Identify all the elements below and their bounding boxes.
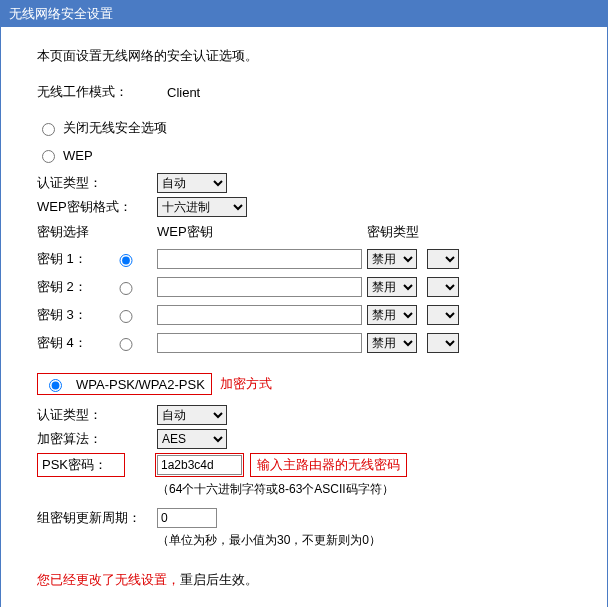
wep-header-key: WEP密钥 [157, 223, 367, 241]
settings-panel: 无线网络安全设置 本页面设置无线网络的安全认证选项。 无线工作模式： Clien… [0, 0, 608, 607]
wep-radio[interactable] [42, 150, 55, 163]
wireless-mode-value: Client [167, 85, 200, 100]
wep-label: WEP [63, 148, 93, 163]
disable-security-radio[interactable] [42, 123, 55, 136]
wpa-section: WPA-PSK/WPA2-PSK 加密方式 认证类型： 自动 加密算法： AES… [37, 373, 571, 549]
wep-key-1-label: 密钥 1： [37, 250, 93, 268]
wep-key-3-input[interactable] [157, 305, 362, 325]
psk-hint: （64个十六进制字符或8-63个ASCII码字符） [157, 481, 571, 498]
disable-security-option[interactable]: 关闭无线安全选项 [37, 119, 571, 137]
wep-key-2-input[interactable] [157, 277, 362, 297]
wep-key-2-type-select[interactable]: 禁用 [367, 277, 417, 297]
warning-part1: 您已经更改了无线设置， [37, 572, 180, 587]
wep-key-row-3: 密钥 3： 禁用 [37, 305, 571, 325]
warning-part2: 重启后生效。 [180, 572, 258, 587]
wep-key-1-type-select[interactable]: 禁用 [367, 249, 417, 269]
wep-key-4-input[interactable] [157, 333, 362, 353]
wep-key-1-input[interactable] [157, 249, 362, 269]
wep-option[interactable]: WEP [37, 147, 571, 163]
wep-key-3-extra-select[interactable] [427, 305, 459, 325]
psk-row: PSK密码： 输入主路由器的无线密码 [37, 453, 571, 477]
group-key-hint: （单位为秒，最小值为30，不更新则为0） [157, 532, 571, 549]
wep-key-1-extra-select[interactable] [427, 249, 459, 269]
wpa-auth-type-label: 认证类型： [37, 406, 157, 424]
wep-key-3-label: 密钥 3： [37, 306, 93, 324]
psk-input[interactable] [157, 455, 242, 475]
panel-title: 无线网络安全设置 [1, 1, 607, 27]
wep-key-2-extra-select[interactable] [427, 277, 459, 297]
wep-key-2-label: 密钥 2： [37, 278, 93, 296]
wep-key-format-select[interactable]: 十六进制 [157, 197, 247, 217]
wep-header-type: 密钥类型 [367, 223, 463, 241]
psk-annotation: 输入主路由器的无线密码 [250, 453, 407, 477]
wireless-mode-row: 无线工作模式： Client [37, 83, 571, 101]
wpa-option[interactable]: WPA-PSK/WPA2-PSK 加密方式 [37, 373, 571, 395]
wep-key-4-type-select[interactable]: 禁用 [367, 333, 417, 353]
wep-key-3-type-select[interactable]: 禁用 [367, 305, 417, 325]
group-key-label: 组密钥更新周期： [37, 509, 157, 527]
wep-header-select: 密钥选择 [37, 223, 157, 241]
wpa-auth-type-select[interactable]: 自动 [157, 405, 227, 425]
wpa-algo-label: 加密算法： [37, 430, 157, 448]
wep-auth-type-select[interactable]: 自动 [157, 173, 227, 193]
psk-label: PSK密码： [37, 453, 125, 477]
disable-security-label: 关闭无线安全选项 [63, 119, 167, 137]
group-key-input[interactable] [157, 508, 217, 528]
wpa-algo-select[interactable]: AES [157, 429, 227, 449]
wep-key-2-radio[interactable] [98, 282, 154, 295]
wep-key-4-radio[interactable] [98, 338, 154, 351]
page-description: 本页面设置无线网络的安全认证选项。 [37, 47, 571, 65]
wep-key-4-extra-select[interactable] [427, 333, 459, 353]
wep-key-1-radio[interactable] [98, 254, 154, 267]
wpa-mode-annotation: 加密方式 [220, 375, 272, 393]
restart-warning: 您已经更改了无线设置，重启后生效。 [37, 571, 571, 589]
wpa-label: WPA-PSK/WPA2-PSK [76, 377, 205, 392]
wep-section: WEP 认证类型： 自动 WEP密钥格式： 十六进制 密钥选择 WEP密钥 密钥… [37, 147, 571, 353]
wep-key-4-label: 密钥 4： [37, 334, 93, 352]
wep-auth-type-label: 认证类型： [37, 174, 157, 192]
wep-key-row-1: 密钥 1： 禁用 [37, 249, 571, 269]
wep-key-3-radio[interactable] [98, 310, 154, 323]
wep-key-format-label: WEP密钥格式： [37, 198, 157, 216]
wep-key-row-4: 密钥 4： 禁用 [37, 333, 571, 353]
wireless-mode-label: 无线工作模式： [37, 83, 147, 101]
wep-key-row-2: 密钥 2： 禁用 [37, 277, 571, 297]
wpa-radio[interactable] [49, 379, 62, 392]
